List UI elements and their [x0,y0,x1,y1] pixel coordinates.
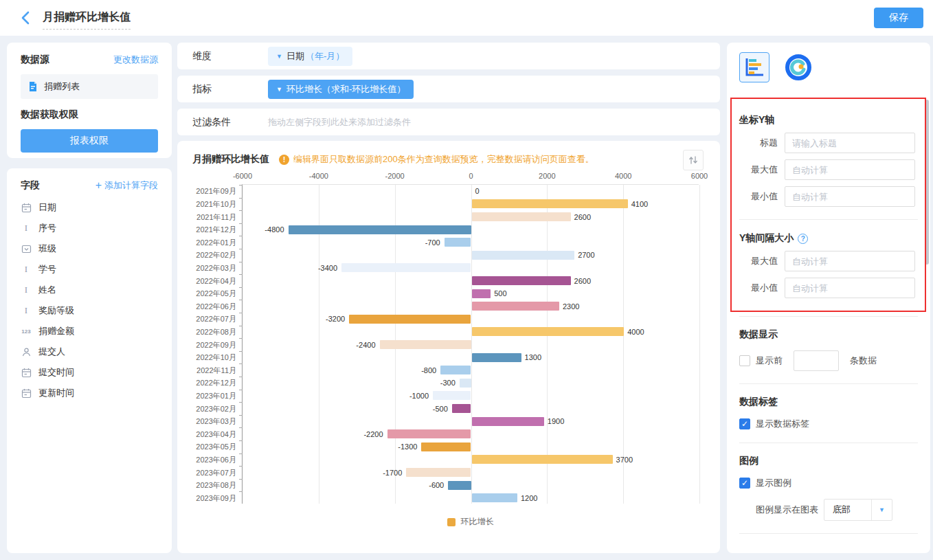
bar[interactable] [387,429,471,438]
bar[interactable] [440,366,471,374]
bar[interactable] [472,493,518,502]
bar[interactable] [421,443,471,451]
bar[interactable] [472,353,521,362]
bar[interactable] [341,263,471,272]
field-item[interactable]: I序号 [21,218,158,238]
back-icon[interactable] [18,10,34,26]
y-interval-max-input[interactable] [785,251,915,271]
fields-title: 字段 [21,179,40,192]
field-item[interactable]: 提交人 [21,341,158,362]
bar[interactable] [445,238,471,247]
y-axis-title-input[interactable] [785,133,915,153]
field-item[interactable]: 日期 [21,197,158,218]
chart-type-bar-horizontal-icon[interactable] [739,52,769,82]
y-axis-tick [239,377,243,377]
value-label: 2600 [574,277,591,285]
y-axis-tick [239,466,243,467]
field-label: 提交人 [38,346,65,358]
category-label: 2022年03月 [196,262,236,273]
top-count-suffix: 条数据 [850,355,877,367]
dimension-tag[interactable]: ▼ 日期 （年-月） [268,47,352,66]
scrollbar-thumb[interactable] [925,100,929,265]
field-item[interactable]: 提交时间 [21,362,158,383]
bar[interactable] [472,276,571,285]
field-item[interactable]: I姓名 [21,280,158,300]
field-label: 提交时间 [38,366,74,379]
value-label: 500 [494,289,506,298]
y-axis-max-input[interactable] [785,159,915,180]
legend-section-title: 图例 [739,455,918,467]
y-interval-min-label: 最小值 [739,282,778,294]
y-axis-min-input[interactable] [785,186,915,207]
show-data-label-checkbox[interactable]: ✓ [739,418,750,429]
y-axis-min-label: 最小值 [739,190,778,203]
x-axis-tick-label: 4000 [615,172,631,180]
show-top-checkbox[interactable] [739,355,750,366]
field-item[interactable]: I奖励等级 [21,300,158,321]
bar[interactable] [289,225,471,234]
value-label: -3200 [326,315,345,323]
bar[interactable] [472,289,491,298]
y-axis-tick [239,390,243,390]
dimension-row: 维度 ▼ 日期 （年-月） [177,43,720,69]
bar[interactable] [472,251,575,260]
y-axis-tick [239,210,243,211]
field-item[interactable]: I学号 [21,259,158,280]
bar[interactable] [472,199,628,208]
divider [739,383,918,384]
bar[interactable] [349,315,471,324]
metric-tag[interactable]: ▼ 环比增长（求和-环比增长值） [268,80,414,99]
chart-type-donut-icon[interactable] [783,52,813,82]
y-axis-tick [239,491,243,492]
y-axis-tick [239,262,243,262]
field-item[interactable]: 班级 [21,238,158,259]
change-datasource-link[interactable]: 更改数据源 [113,54,158,66]
y-axis-tick [239,185,243,186]
field-label: 奖励等级 [38,304,74,317]
sort-toggle-button[interactable] [683,150,704,170]
y-axis-tick [239,236,243,236]
bar[interactable] [472,212,571,221]
legend-position-select[interactable]: 底部 ▼ [824,499,892,521]
y-axis-tick [239,300,243,300]
category-label: 2022年04月 [196,276,236,286]
field-label: 班级 [38,243,56,255]
chart-legend[interactable]: 环比增长 [242,516,699,528]
y-axis-tick [239,338,243,339]
text-icon: I [21,284,32,295]
report-permission-button[interactable]: 报表权限 [21,129,158,153]
value-label: -2200 [363,430,383,438]
y-interval-min-input[interactable] [785,278,915,298]
y-axis-tick [239,363,243,364]
x-axis-tick-label: -2000 [385,172,405,180]
value-label: -300 [440,379,456,387]
value-label: 4100 [631,200,648,208]
bar[interactable] [452,404,471,413]
bar[interactable] [380,340,471,349]
bar[interactable] [472,455,613,464]
help-icon[interactable]: ? [798,234,808,244]
top-count-input[interactable] [794,350,839,371]
value-label: -800 [421,366,436,374]
bar[interactable] [448,481,471,490]
add-calc-field-link[interactable]: + 添加计算字段 [95,179,158,192]
save-button[interactable]: 保存 [874,8,923,28]
category-label: 2022年06月 [196,301,236,311]
field-item[interactable]: 123捐赠金额 [21,321,158,341]
field-item[interactable]: 更新时间 [21,383,158,403]
bar[interactable] [472,327,625,336]
bar[interactable] [433,391,471,400]
y-axis-section-title: 坐标Y轴 [739,114,918,126]
value-label: 4000 [627,328,644,336]
datasource-item[interactable]: 捐赠列表 [21,74,158,99]
bar[interactable] [472,302,559,311]
bar[interactable] [406,468,471,477]
show-legend-checkbox[interactable]: ✓ [739,478,750,489]
filter-row[interactable]: 过滤条件 拖动左侧字段到此处来添加过滤条件 [177,109,720,135]
bar[interactable] [472,417,544,426]
bar[interactable] [460,379,471,388]
y-interval-max-label: 最大值 [739,255,778,267]
category-label: 2022年10月 [196,352,236,363]
category-label: 2022年01月 [196,237,236,247]
category-label: 2022年11月 [196,365,236,375]
